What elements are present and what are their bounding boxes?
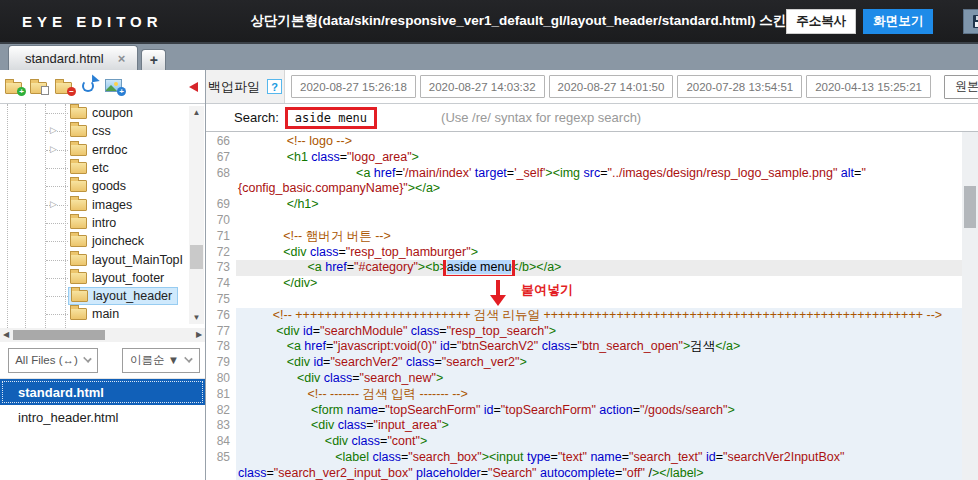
code-token: "searchModule" — [320, 324, 407, 338]
backup-date-button[interactable]: 2020-04-13 15:25:21 — [806, 75, 931, 98]
upload-image-icon[interactable]: + — [105, 78, 124, 95]
delete-folder-icon[interactable]: − — [55, 78, 74, 95]
tree-item-goods[interactable]: goods — [0, 177, 205, 195]
code-row: 71 <!-- 햄버거 버튼 --> — [206, 229, 978, 245]
search-input[interactable]: aside menu — [285, 107, 377, 129]
code-token: "input_area" — [373, 418, 441, 432]
code-token: "off" — [622, 466, 645, 480]
code-token: {config_basic.companyName}" — [238, 181, 408, 195]
code-row: 79 <div id="searchVer2" class="search_ve… — [206, 355, 978, 371]
collapse-panel-icon[interactable] — [189, 82, 198, 92]
code-token: "resp_top_search" — [447, 324, 549, 338]
folder-icon — [70, 162, 87, 174]
tree-item-layout_header[interactable]: layout_header — [0, 287, 205, 305]
line-number: 80 — [206, 371, 236, 387]
tree-item-errdoc[interactable]: ▷errdoc — [0, 141, 205, 159]
copy-address-button[interactable]: 주소복사 — [786, 9, 856, 34]
tree-item-layout_MainTopI[interactable]: layout_MainTopI — [0, 250, 205, 268]
code-token: <a — [287, 339, 301, 353]
code-line: <div class="cont"> — [236, 434, 962, 450]
scroll-left-icon[interactable]: ◀ — [0, 328, 12, 342]
expand-icon[interactable]: ▷ — [50, 200, 57, 209]
code-token: class — [320, 371, 352, 385]
tree-item-label: errdoc — [92, 143, 127, 157]
backup-date-button[interactable]: 2020-08-27 14:01:50 — [549, 75, 674, 98]
code-token: </b></a> — [511, 260, 561, 274]
scrollbar-thumb[interactable] — [964, 186, 976, 228]
expand-icon[interactable]: ▷ — [50, 126, 57, 135]
tree-horizontal-scrollbar[interactable]: ◀ ▶ — [0, 328, 205, 342]
add-folder-icon[interactable]: + — [5, 78, 24, 95]
scrollbar-thumb[interactable] — [13, 330, 105, 340]
search-row: Search: aside menu (Use /re/ syntax for … — [206, 104, 978, 132]
paste-annotation-label: 붙여넣기 — [521, 281, 573, 299]
code-token: <div — [325, 434, 348, 448]
refresh-icon[interactable] — [80, 78, 99, 95]
tree-item-intro[interactable]: intro — [0, 214, 205, 232]
tree-item-images[interactable]: ▷images — [0, 195, 205, 213]
tree-item-label: layout_MainTopI — [92, 253, 183, 267]
tree-item-joincheck[interactable]: joincheck — [0, 232, 205, 250]
code-token: = — [266, 466, 273, 480]
tree-item-layout_footer[interactable]: layout_footer — [0, 269, 205, 287]
code-token: ><b> — [418, 260, 447, 274]
save-all-button[interactable]: 모두저장 — [963, 9, 978, 34]
file-list: standard.htmlintro_header.html — [0, 378, 205, 480]
code-token: id — [299, 324, 312, 338]
code-token: ><input — [482, 450, 524, 464]
code-row: 80 <div class="search_new"> — [206, 371, 978, 387]
code-token: > — [441, 418, 448, 432]
code-token: alt — [837, 166, 854, 180]
backup-date-button[interactable]: 2020-07-28 13:54:51 — [677, 75, 802, 98]
code-line: <form name="topSearchForm" id="topSearch… — [236, 403, 962, 419]
help-icon[interactable]: ? — [267, 79, 282, 94]
code-line: <a href='/main/index' target='_self'><im… — [236, 166, 962, 182]
scroll-down-icon[interactable]: ▼ — [189, 311, 204, 324]
code-token: "Search" — [488, 466, 536, 480]
close-tab-icon[interactable]: × — [118, 51, 126, 66]
code-line: <!-- ++++++++++++++++++++++++ 검색 리뉴얼 +++… — [236, 308, 962, 324]
view-screen-button[interactable]: 화면보기 — [863, 9, 933, 34]
tree-item-css[interactable]: ▷css — [0, 122, 205, 140]
file-list-item-standard.html[interactable]: standard.html — [0, 379, 205, 405]
code-token: > — [436, 371, 443, 385]
tree-item-etc[interactable]: etc — [0, 159, 205, 177]
code-token: href — [370, 166, 395, 180]
tree-item-main[interactable]: main — [0, 305, 205, 323]
tree-vertical-scrollbar[interactable]: ▲ ▼ — [189, 106, 204, 324]
backup-date-button[interactable]: 2020-08-27 14:03:32 — [420, 75, 545, 98]
sort-order-dropdown[interactable]: 이름순 ▼ — [122, 348, 200, 373]
new-tab-button[interactable]: + — [141, 49, 166, 70]
code-token: "searchVer2" — [330, 355, 402, 369]
tab-standard-html[interactable]: standard.html × — [8, 45, 138, 70]
chevron-down-icon — [83, 354, 92, 363]
scroll-up-icon[interactable]: ▲ — [189, 106, 204, 119]
view-original-source-button[interactable]: 원본소스보기 — [944, 75, 978, 99]
code-token: id — [702, 450, 715, 464]
code-token: = — [600, 166, 607, 180]
code-editor[interactable]: 66 <!-- logo -->67 <h1 class="logo_area"… — [206, 132, 978, 480]
code-token: <div — [283, 245, 306, 259]
file-list-item-intro_header.html[interactable]: intro_header.html — [0, 405, 205, 429]
line-number: 74 — [206, 276, 236, 292]
tree-item-coupon[interactable]: coupon — [0, 104, 205, 122]
expand-icon[interactable]: ▷ — [50, 145, 57, 154]
code-token: <div — [276, 324, 299, 338]
scrollbar-thumb[interactable] — [190, 245, 203, 269]
code-token: "resp_top_hamburger" — [346, 245, 471, 259]
new-file-icon[interactable] — [30, 78, 49, 95]
line-number — [206, 466, 236, 480]
code-row: 81 <!-- ------- 검색 입력 ------- --> — [206, 387, 978, 403]
backup-date-button[interactable]: 2020-08-27 15:26:18 — [291, 75, 416, 98]
file-type-dropdown[interactable]: All Files (↔) — [8, 348, 98, 373]
line-number: 71 — [206, 229, 236, 245]
code-line: <div class="search_new"> — [236, 371, 962, 387]
scroll-right-icon[interactable]: ▶ — [193, 328, 205, 342]
code-row: 67 <h1 class="logo_area"> — [206, 150, 978, 166]
code-token: "search_box" — [408, 450, 482, 464]
folder-icon — [70, 107, 87, 119]
code-row: 72 <div class="resp_top_hamburger"> — [206, 245, 978, 261]
code-token: "logo_area" — [347, 150, 411, 164]
code-token: <a — [356, 166, 370, 180]
editor-vertical-scrollbar[interactable] — [962, 132, 978, 480]
